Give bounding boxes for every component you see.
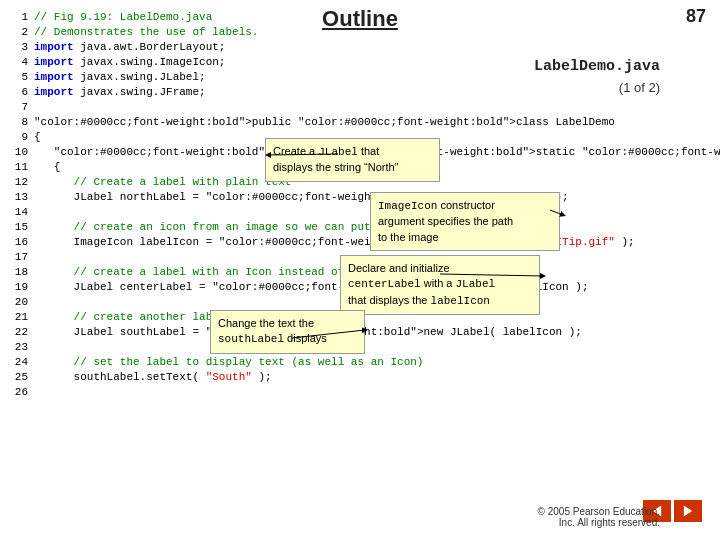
nav-forward-button[interactable] xyxy=(674,500,702,522)
code-line: 7 xyxy=(10,100,600,115)
line-number: 24 xyxy=(10,355,28,370)
callout-callout1: Create a JLabel thatdisplays the string … xyxy=(265,138,440,182)
line-number: 8 xyxy=(10,115,28,130)
callout-callout2: ImageIcon constructorargument specifies … xyxy=(370,192,560,251)
code-line: 5import javax.swing.JLabel; xyxy=(10,70,600,85)
line-content: { xyxy=(34,130,41,145)
line-number: 2 xyxy=(10,25,28,40)
line-content: // Demonstrates the use of labels. xyxy=(34,25,258,40)
code-line: 1// Fig 9.19: LabelDemo.java xyxy=(10,10,600,25)
line-number: 7 xyxy=(10,100,28,115)
line-number: 11 xyxy=(10,160,28,175)
line-number: 13 xyxy=(10,190,28,205)
code-line: 25 southLabel.setText( "South" ); xyxy=(10,370,600,385)
line-content: import javax.swing.JLabel; xyxy=(34,70,206,85)
code-line: 6import javax.swing.JFrame; xyxy=(10,85,600,100)
line-number: 19 xyxy=(10,280,28,295)
line-number: 16 xyxy=(10,235,28,250)
line-content: // set the label to display text (as wel… xyxy=(34,355,423,370)
line-number: 23 xyxy=(10,340,28,355)
code-line: 8"color:#0000cc;font-weight:bold">public… xyxy=(10,115,600,130)
line-number: 25 xyxy=(10,370,28,385)
line-number: 26 xyxy=(10,385,28,400)
line-number: 22 xyxy=(10,325,28,340)
page-number: 87 xyxy=(686,6,706,27)
copyright: © 2005 Pearson Education, Inc. All right… xyxy=(538,506,660,528)
page-indicator: (1 of 2) xyxy=(619,80,660,95)
line-number: 9 xyxy=(10,130,28,145)
line-content: "color:#0000cc;font-weight:bold">public … xyxy=(34,115,615,130)
line-number: 5 xyxy=(10,70,28,85)
line-number: 15 xyxy=(10,220,28,235)
svg-marker-1 xyxy=(684,505,692,516)
line-number: 14 xyxy=(10,205,28,220)
copyright-line1: © 2005 Pearson Education, xyxy=(538,506,660,517)
line-number: 1 xyxy=(10,10,28,25)
code-line: 24 // set the label to display text (as … xyxy=(10,355,600,370)
line-number: 10 xyxy=(10,145,28,160)
line-number: 20 xyxy=(10,295,28,310)
line-number: 18 xyxy=(10,265,28,280)
callout-callout4: Change the text thesouthLabel displays xyxy=(210,310,365,354)
line-content: import java.awt.BorderLayout; xyxy=(34,40,225,55)
line-content: // Create a label with plain text xyxy=(34,175,291,190)
callout-callout3: Declare and initializecenterLabel with a… xyxy=(340,255,540,315)
line-content: { xyxy=(34,160,60,175)
line-number: 17 xyxy=(10,250,28,265)
line-number: 12 xyxy=(10,175,28,190)
line-number: 21 xyxy=(10,310,28,325)
line-content: import javax.swing.ImageIcon; xyxy=(34,55,225,70)
line-number: 3 xyxy=(10,40,28,55)
line-number: 6 xyxy=(10,85,28,100)
code-line: 3import java.awt.BorderLayout; xyxy=(10,40,600,55)
line-content: import javax.swing.JFrame; xyxy=(34,85,206,100)
line-content: // create a label with an Icon instead o… xyxy=(34,265,377,280)
line-content: southLabel.setText( "South" ); xyxy=(34,370,272,385)
line-content: // Fig 9.19: LabelDemo.java xyxy=(34,10,212,25)
code-line: 2// Demonstrates the use of labels. xyxy=(10,25,600,40)
copyright-line2: Inc. All rights reserved. xyxy=(538,517,660,528)
code-line: 4import javax.swing.ImageIcon; xyxy=(10,55,600,70)
line-number: 4 xyxy=(10,55,28,70)
code-line: 26 xyxy=(10,385,600,400)
